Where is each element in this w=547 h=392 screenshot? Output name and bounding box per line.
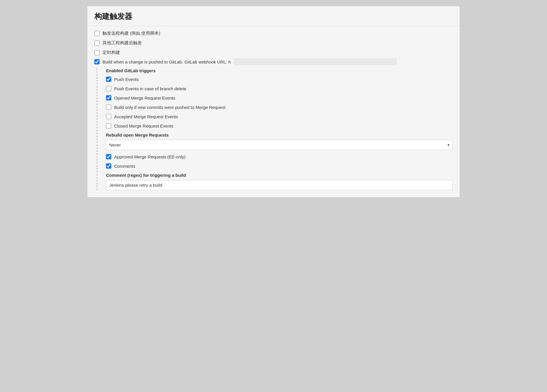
push-branch-delete-checkbox[interactable] [106,86,111,91]
panel-title: 构建触发器 [94,11,453,22]
opened-mr-checkbox[interactable] [106,95,111,100]
opened-mr-label[interactable]: Opened Merge Request Events [114,96,175,100]
rebuild-label: Rebuild open Merge Requests [106,133,453,137]
rebuild-section: Rebuild open Merge Requests Never On pus… [106,133,453,150]
new-commits-label[interactable]: Build only if new commits were pushed to… [114,105,225,110]
timed-build-row: 定时构建 [94,50,453,55]
closed-mr-label[interactable]: Closed Merge Request Events [114,123,173,128]
gitlab-trigger-row: Build when a change is pushed to GitLab.… [94,58,453,65]
gitlab-trigger-checkbox[interactable] [94,59,100,64]
new-commits-row: Build only if new commits were pushed to… [106,105,453,110]
panel-header: 构建触发器 [87,6,460,26]
closed-mr-row: Closed Merge Request Events [106,123,453,128]
accepted-mr-label[interactable]: Accepted Merge Request Events [114,114,178,119]
remote-build-checkbox[interactable] [94,31,100,36]
push-events-label[interactable]: Push Events [114,77,139,82]
other-project-label[interactable]: 其他工程构建后触发 [103,40,142,46]
gitlab-trigger-label[interactable]: Build when a change is pushed to GitLab.… [103,59,231,64]
push-events-checkbox[interactable] [106,77,111,82]
rebuild-select[interactable]: Never On push to source branch On push t… [106,140,453,150]
comments-checkbox[interactable] [106,163,111,169]
panel-body: 触发远程构建 (例如,使用脚本) 其他工程构建后触发 定时构建 Build wh… [87,26,460,197]
approved-mr-label[interactable]: Approved Merge Requests (EE-only) [114,154,186,159]
webhook-url-box [234,58,397,65]
other-project-row: 其他工程构建后触发 [94,40,453,46]
top-checkboxes-section: 触发远程构建 (例如,使用脚本) 其他工程构建后触发 定时构建 [94,31,453,55]
closed-mr-checkbox[interactable] [106,123,111,128]
push-events-row: Push Events [106,77,453,82]
push-branch-delete-row: Push Events in case of branch delete [106,86,453,91]
accepted-mr-row: Accepted Merge Request Events [106,114,453,119]
opened-mr-row: Opened Merge Request Events [106,95,453,100]
push-branch-delete-label[interactable]: Push Events in case of branch delete [114,86,186,91]
comment-regex-input[interactable] [106,180,453,190]
comment-regex-label: Comment (regex) for triggering a build [106,173,453,178]
build-triggers-panel: 构建触发器 触发远程构建 (例如,使用脚本) 其他工程构建后触发 定时构建 Bu… [87,6,460,197]
comments-row: Comments [106,163,453,169]
accepted-mr-checkbox[interactable] [106,114,111,119]
other-project-checkbox[interactable] [94,40,100,46]
timed-build-checkbox[interactable] [94,50,100,55]
comments-label[interactable]: Comments [114,164,135,169]
enabled-triggers-label: Enabled GitLab triggers [106,68,453,73]
timed-build-label[interactable]: 定时构建 [103,50,120,55]
new-commits-checkbox[interactable] [106,105,111,110]
gitlab-triggers-section: Enabled GitLab triggers Push Events Push… [97,68,453,190]
approved-mr-row: Approved Merge Requests (EE-only) [106,154,453,159]
remote-build-row: 触发远程构建 (例如,使用脚本) [94,31,453,36]
rebuild-select-wrapper: Never On push to source branch On push t… [106,140,453,150]
approved-mr-checkbox[interactable] [106,154,111,159]
remote-build-label[interactable]: 触发远程构建 (例如,使用脚本) [103,31,160,36]
comment-regex-section: Comment (regex) for triggering a build [106,173,453,190]
